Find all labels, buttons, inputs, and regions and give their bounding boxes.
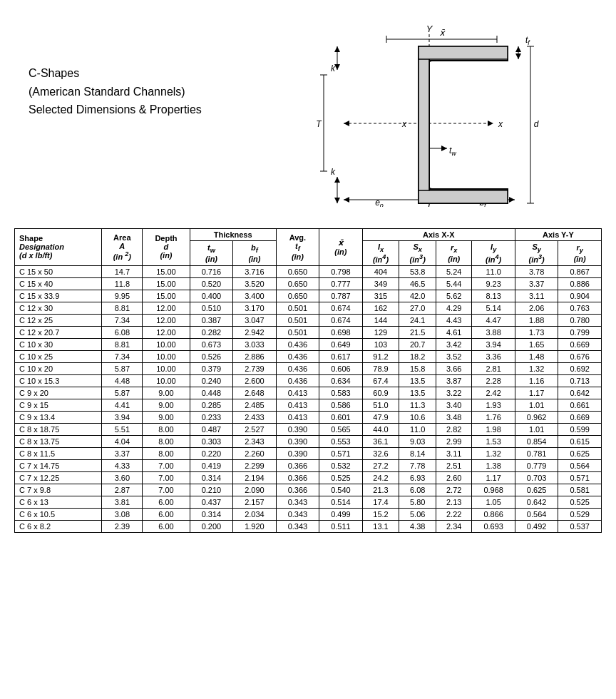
- data-cell: 1.920: [233, 520, 276, 532]
- data-cell: 3.78: [515, 265, 558, 277]
- shape-designation-cell: C 10 x 25: [15, 350, 102, 362]
- data-cell: 7.78: [399, 459, 436, 471]
- data-cell: 2.433: [233, 411, 276, 423]
- data-cell: 0.625: [515, 484, 558, 496]
- data-cell: 2.485: [233, 399, 276, 411]
- col-header-ry: ry(in): [558, 241, 602, 266]
- data-cell: 0.661: [558, 399, 602, 411]
- svg-marker-46: [334, 64, 340, 70]
- data-cell: 3.716: [233, 265, 276, 277]
- col-header-depth: Depthd(in): [143, 229, 190, 266]
- table-row: C 10 x 15.34.4810.000.2402.6000.4360.634…: [15, 374, 602, 387]
- data-cell: 9.00: [143, 399, 190, 411]
- data-cell: 1.32: [472, 447, 515, 459]
- data-cell: 0.854: [515, 435, 558, 447]
- data-cell: 3.81: [102, 496, 143, 508]
- data-cell: 0.390: [276, 435, 319, 447]
- data-cell: 0.200: [190, 520, 232, 532]
- data-cell: 5.14: [472, 302, 515, 314]
- data-cell: 3.11: [515, 290, 558, 302]
- svg-marker-45: [334, 46, 340, 52]
- data-cell: 0.413: [276, 411, 319, 423]
- col-header-xbar: x̄(in): [319, 229, 362, 266]
- data-cell: 2.260: [233, 447, 276, 459]
- data-cell: 0.487: [190, 423, 232, 435]
- shape-designation-cell: C 8 x 13.75: [15, 435, 102, 447]
- svg-rect-38: [419, 46, 429, 203]
- data-cell: 144: [362, 314, 399, 326]
- data-cell: 3.37: [515, 277, 558, 290]
- data-cell: 4.48: [102, 374, 143, 387]
- table-row: C 6 x 8.22.396.000.2001.9200.3430.51113.…: [15, 520, 602, 532]
- data-cell: 2.72: [436, 484, 472, 496]
- data-cell: 0.674: [319, 302, 362, 314]
- data-cell: 0.343: [276, 496, 319, 508]
- data-cell: 0.692: [558, 362, 602, 374]
- data-cell: 7.00: [143, 484, 190, 496]
- data-cell: 5.80: [399, 496, 436, 508]
- data-cell: 0.532: [319, 459, 362, 471]
- data-cell: 0.617: [319, 350, 362, 362]
- data-cell: 0.583: [319, 387, 362, 399]
- data-cell: 4.41: [102, 399, 143, 411]
- data-cell: 0.436: [276, 338, 319, 350]
- data-cell: 103: [362, 338, 399, 350]
- table-row: C 9 x 154.419.000.2852.4850.4130.58651.0…: [15, 399, 602, 411]
- data-cell: 21.3: [362, 484, 399, 496]
- data-cell: 404: [362, 265, 399, 277]
- data-cell: 1.17: [515, 387, 558, 399]
- data-cell: 0.703: [515, 471, 558, 484]
- data-cell: 0.501: [276, 326, 319, 338]
- data-cell: 0.501: [276, 302, 319, 314]
- table-row: C 6 x 133.816.000.4372.1570.3430.51417.4…: [15, 496, 602, 508]
- data-cell: 7.34: [102, 350, 143, 362]
- col-header-area: AreaA(in 2): [102, 229, 143, 266]
- data-cell: 3.520: [233, 277, 276, 290]
- svg-text:d: d: [534, 119, 539, 129]
- table-row: C 15 x 5014.715.000.7163.7160.6500.79840…: [15, 265, 602, 277]
- data-cell: 0.625: [558, 447, 602, 459]
- data-cell: 0.390: [276, 423, 319, 435]
- svg-text:T: T: [316, 119, 322, 129]
- title-line2: (American Standard Channels): [29, 86, 185, 98]
- data-cell: 3.60: [102, 471, 143, 484]
- data-cell: 0.968: [472, 484, 515, 496]
- shape-designation-cell: C 10 x 15.3: [15, 374, 102, 387]
- data-cell: 0.571: [558, 471, 602, 484]
- data-cell: 10.00: [143, 350, 190, 362]
- data-cell: 9.00: [143, 387, 190, 399]
- data-cell: 2.157: [233, 496, 276, 508]
- data-cell: 0.698: [319, 326, 362, 338]
- table-row: C 8 x 13.754.048.000.3032.3430.3900.5533…: [15, 435, 602, 447]
- table-row: C 9 x 13.43.949.000.2332.4330.4130.60147…: [15, 411, 602, 423]
- data-cell: 2.942: [233, 326, 276, 338]
- data-cell: 0.606: [319, 362, 362, 374]
- shape-designation-cell: C 8 x 18.75: [15, 423, 102, 435]
- data-cell: 2.82: [436, 423, 472, 435]
- data-cell: 7.34: [102, 314, 143, 326]
- data-cell: 12.00: [143, 302, 190, 314]
- data-cell: 2.739: [233, 362, 276, 374]
- col-header-avg: Avg.tf(in): [276, 229, 319, 266]
- data-cell: 11.0: [399, 423, 436, 435]
- shape-designation-cell: C 15 x 33.9: [15, 290, 102, 302]
- data-cell: 36.1: [362, 435, 399, 447]
- data-cell: 0.601: [319, 411, 362, 423]
- shape-designation-cell: C 9 x 15: [15, 399, 102, 411]
- data-cell: 3.94: [472, 338, 515, 350]
- data-cell: 0.642: [515, 496, 558, 508]
- data-cell: 0.673: [190, 338, 232, 350]
- shape-designation-cell: C 9 x 13.4: [15, 411, 102, 423]
- table-row: C 10 x 205.8710.000.3792.7390.4360.60678…: [15, 362, 602, 374]
- table-row: C 15 x 4011.815.000.5203.5200.6500.77734…: [15, 277, 602, 290]
- c-shape-diagram: Y tf x̄ k k T d x: [272, 21, 543, 207]
- data-cell: 2.28: [472, 374, 515, 387]
- data-cell: 12.00: [143, 326, 190, 338]
- data-cell: 1.17: [472, 471, 515, 484]
- data-cell: 0.867: [558, 265, 602, 277]
- data-cell: 0.669: [558, 411, 602, 423]
- data-cell: 1.88: [515, 314, 558, 326]
- data-cell: 1.48: [515, 350, 558, 362]
- col-header-ix: Ix(in4): [362, 241, 399, 266]
- shape-designation-cell: C 7 x 14.75: [15, 459, 102, 471]
